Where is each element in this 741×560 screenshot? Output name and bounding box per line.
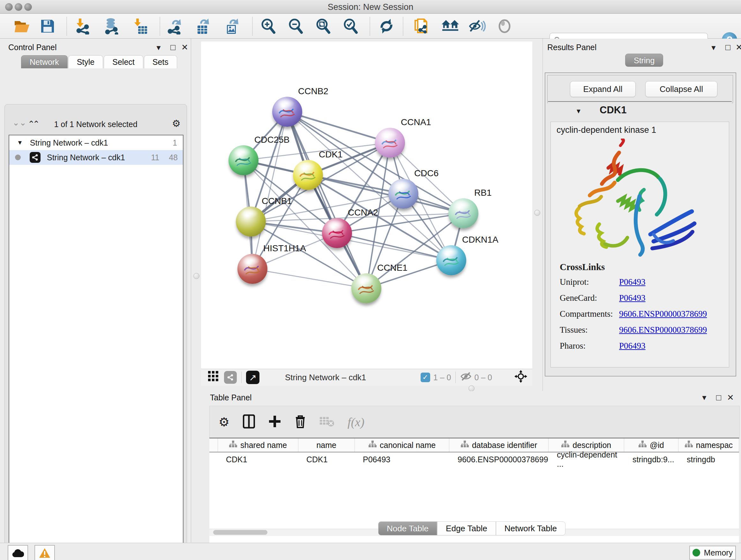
column-header-canonical-name[interactable]: canonical name <box>355 438 450 452</box>
network-panel-body: ⌄⌄ ⌃⌃ 1 of 1 Network selected ⚙ ▼ String… <box>4 104 187 560</box>
table-cell[interactable]: 9606.ENSP00000378699 <box>449 452 549 466</box>
panel-float-icon[interactable]: □ <box>716 393 721 402</box>
gene-description: cyclin-dependent kinase 1 <box>556 125 656 135</box>
tab-edge-table[interactable]: Edge Table <box>437 521 496 536</box>
panel-menu-icon[interactable]: ▼ <box>701 394 708 402</box>
protein-node-ccnb2[interactable] <box>272 97 302 127</box>
refresh-icon[interactable] <box>378 17 395 35</box>
expand-all-button[interactable]: Expand All <box>570 81 636 97</box>
tab-select[interactable]: Select <box>104 55 143 68</box>
show-eye-icon[interactable] <box>496 17 513 35</box>
network-canvas[interactable]: CCNB2 CCNA1 CDC25B CDK1 CDC6 RB1CCNB1 CC… <box>201 42 532 369</box>
network-options-gear-icon[interactable]: ⚙ <box>172 118 181 129</box>
protein-node-ccne1[interactable] <box>351 273 381 303</box>
memory-button[interactable]: Memory <box>689 546 736 560</box>
zoom-out-icon[interactable] <box>287 17 305 35</box>
hide-selected-icon[interactable] <box>468 17 486 35</box>
crosslink-value-link[interactable]: P06493 <box>619 341 646 351</box>
export-image-icon[interactable] <box>223 17 241 35</box>
import-table-icon[interactable] <box>131 17 149 35</box>
protein-node-cdc6[interactable] <box>388 179 418 209</box>
panel-close-icon[interactable]: ✕ <box>736 43 741 52</box>
panel-close-icon[interactable]: ✕ <box>727 393 734 402</box>
save-session-icon[interactable] <box>39 17 56 35</box>
copy-network-icon[interactable] <box>413 17 430 35</box>
show-columns-icon[interactable] <box>243 415 255 430</box>
network-collection-row[interactable]: ▼ String Network – cdk1 1 <box>9 135 183 150</box>
table-options-gear-icon[interactable]: ⚙ <box>219 415 229 429</box>
toolbar-separator <box>66 17 67 36</box>
tab-sets[interactable]: Sets <box>144 55 177 68</box>
protein-node-cdkn1a[interactable] <box>436 245 466 275</box>
home-network-icon[interactable] <box>442 17 459 35</box>
crosslink-value-link[interactable]: 9606.ENSP00000378699 <box>619 325 707 335</box>
open-session-icon[interactable] <box>13 17 30 35</box>
node-label-rb1: RB1 <box>474 188 491 198</box>
protein-node-cdc25b[interactable] <box>228 145 259 175</box>
collection-name: String Network – cdk1 <box>30 138 108 147</box>
protein-node-cdk1[interactable] <box>293 160 323 190</box>
right-splitter-handle[interactable] <box>534 210 540 216</box>
export-table-icon[interactable] <box>195 17 212 35</box>
panel-close-icon[interactable]: ✕ <box>181 43 188 52</box>
zoom-selected-icon[interactable] <box>342 17 359 35</box>
tab-string[interactable]: String <box>625 54 663 67</box>
delete-column-icon[interactable] <box>294 415 306 430</box>
grid-view-icon[interactable] <box>208 371 219 384</box>
panel-float-icon[interactable]: □ <box>725 43 731 52</box>
collapse-arrow-icon[interactable]: ▼ <box>17 139 23 146</box>
column-header-namespac[interactable]: namespac <box>678 438 739 452</box>
table-cell[interactable]: stringdb:9... <box>624 452 678 466</box>
network-row-selected[interactable]: String Network – cdk1 11 48 <box>9 150 183 165</box>
crosslink-value-link[interactable]: 9606.ENSP00000378699 <box>619 309 707 319</box>
column-header-shared-name[interactable]: shared name <box>218 438 298 452</box>
network-thumbnail-icon[interactable] <box>224 371 237 384</box>
protein-node-ccna2[interactable] <box>322 218 352 248</box>
column-header--id[interactable]: @id <box>624 438 678 452</box>
selected-count: 1 – 0 <box>433 373 451 382</box>
cloud-status-button[interactable] <box>8 545 28 560</box>
tab-network-table[interactable]: Network Table <box>496 521 565 536</box>
tab-style[interactable]: Style <box>68 55 104 68</box>
tab-node-table[interactable]: Node Table <box>378 521 437 536</box>
gene-collapse-arrow-icon[interactable]: ▼ <box>576 108 582 115</box>
create-column-icon[interactable] <box>268 415 281 429</box>
import-network-file-icon[interactable] <box>74 17 91 35</box>
left-splitter-handle[interactable] <box>193 273 199 279</box>
crosslink-value-link[interactable]: P06493 <box>619 277 646 287</box>
table-cell[interactable]: CDK1 <box>218 452 298 466</box>
collection-count: 1 <box>173 138 177 147</box>
crosslink-value-link[interactable]: P06493 <box>619 293 646 303</box>
collapse-all-button[interactable]: Collapse All <box>645 81 718 97</box>
panel-menu-icon[interactable]: ▼ <box>710 44 717 52</box>
table-panel-title: Table Panel <box>210 393 252 402</box>
scrollbar-thumb[interactable] <box>213 530 267 535</box>
column-header-name[interactable]: name <box>298 438 355 452</box>
zoom-fit-icon[interactable] <box>315 17 332 35</box>
warning-status-button[interactable] <box>35 545 55 560</box>
protein-node-ccnb1[interactable] <box>236 206 266 237</box>
memory-status-dot-icon <box>692 549 700 557</box>
table-row[interactable]: CDK1CDK1P064939606.ENSP00000378699cyclin… <box>209 452 739 466</box>
export-network-icon[interactable] <box>166 17 183 35</box>
crosslinks-title: CrossLinks <box>560 262 605 272</box>
protein-node-ccna1[interactable] <box>375 128 405 158</box>
panel-float-icon[interactable]: □ <box>171 43 176 52</box>
table-cell[interactable]: cyclin-dependent ... <box>549 452 624 466</box>
detach-view-icon[interactable]: ↗ <box>246 371 259 384</box>
column-header-database-identifier[interactable]: database identifier <box>449 438 549 452</box>
column-header-description[interactable]: description <box>549 438 624 452</box>
zoom-in-icon[interactable] <box>260 17 277 35</box>
selected-checkbox-icon[interactable]: ✓ <box>421 373 430 382</box>
protein-node-hist1h1a[interactable] <box>238 254 267 284</box>
table-cell[interactable]: CDK1 <box>298 452 354 466</box>
protein-node-rb1[interactable] <box>448 198 478 228</box>
tab-network[interactable]: Network <box>21 55 68 68</box>
bottom-splitter-handle[interactable] <box>468 385 475 391</box>
table-cell[interactable]: stringdb <box>678 452 739 466</box>
panel-menu-icon[interactable]: ▼ <box>155 44 162 52</box>
column-label: canonical name <box>380 441 435 450</box>
table-cell[interactable]: P06493 <box>354 452 449 466</box>
birds-eye-toggle-icon[interactable] <box>515 370 527 385</box>
import-network-database-icon[interactable] <box>103 17 120 35</box>
